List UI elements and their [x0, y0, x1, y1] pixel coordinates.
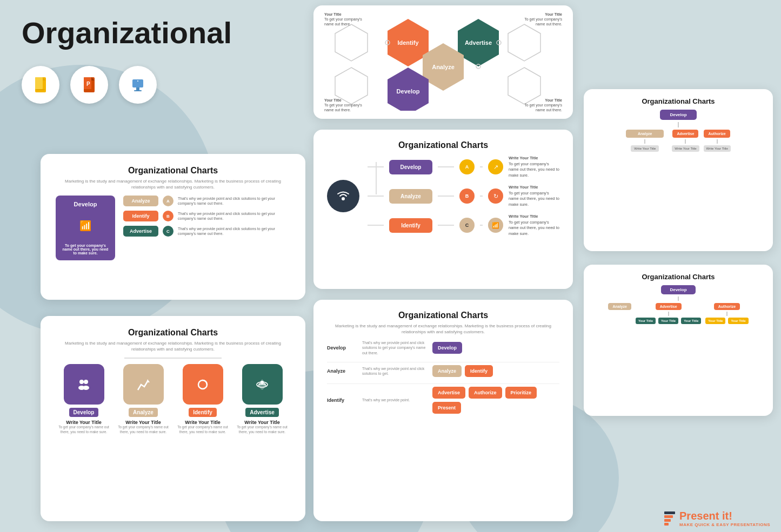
card2-identify: Identify Write Your Title To get your co… [177, 364, 229, 434]
card2-subtitle: Marketing is the study and management of… [56, 340, 290, 352]
slide-card-1: Organizational Charts Marketing is the s… [41, 154, 305, 300]
slide-card-6: Organizational Charts Develop Analyze Wr… [584, 89, 773, 251]
develop-icon-title: Write Your Title [66, 420, 101, 425]
develop-badge-a: A [459, 159, 475, 174]
card2-icons-row: Develop Write Your Title To get your com… [56, 364, 290, 434]
develop-row-label: Develop [389, 160, 432, 174]
slide-card-3: Identify Advertise Analyze Develop Your … [313, 5, 573, 119]
brand-text-container: Present it! MAKE QUICK & EASY PRESENTATI… [679, 510, 770, 527]
card1-row-advertise: Advertise C That's why we provide point … [123, 226, 290, 237]
card4-row-analyze: Analyze B ↻ Write Your TitleTo get your … [368, 185, 559, 207]
v-line [376, 162, 377, 194]
hex-label-br: Your TitleTo get your company's name out… [519, 98, 562, 112]
analyze-item: Analyze [432, 365, 462, 377]
c7-analyze: Analyze [608, 303, 631, 310]
c7-authorize: Authorize Your Title Your Title [705, 303, 748, 324]
c7-title3: Your Title [681, 318, 701, 324]
hex-label-tr: Your TitleTo get your company's name out… [519, 12, 562, 26]
card7-title: Organizational Charts [592, 273, 765, 281]
c7-title5: Your Title [728, 318, 748, 324]
card6-adv-sub: Write Your Title [672, 145, 699, 152]
develop-icon: ↗ [488, 159, 503, 174]
card1-subtitle: Marketing is the study and management of… [56, 178, 290, 190]
brand-icon [664, 511, 675, 526]
analyze-row-desc: That's why we provide point and click so… [362, 366, 427, 376]
identify-icon: 📶 [488, 218, 503, 233]
analyze-icon-label: Analyze [129, 408, 158, 417]
card4-content: Develop A ↗ Write Your TitleTo get your … [327, 156, 559, 237]
h-line2 [438, 166, 454, 167]
card1-rows: Analyze A That's why we provide point an… [123, 196, 290, 237]
card1-row-identify: Identify B That's why we provide point a… [123, 211, 290, 221]
brand-tagline: MAKE QUICK & EASY PRESENTATIONS [679, 522, 770, 527]
keynote-icon[interactable] [119, 66, 157, 104]
hex-svg: Identify Advertise Analyze Develop [324, 14, 562, 111]
card5-row-identify: Identify That's why we provide point. Ad… [327, 387, 559, 414]
advertise-icon-box [242, 364, 283, 405]
card6-authorize: Authorize [704, 130, 730, 138]
v-line [678, 297, 679, 301]
svg-marker-16 [146, 379, 150, 382]
identify-row-label: Identify [389, 218, 432, 233]
card2-advertise: Advertise Write Your Title To get your c… [237, 364, 288, 434]
advertise-text: That's why we provide point and click so… [178, 226, 290, 236]
develop-icon-box [64, 364, 104, 405]
card5-table: Develop That's why we provide point and … [327, 340, 559, 413]
card7-level2: Analyze Advertise Your Title Your Title … [608, 303, 748, 324]
develop-item: Develop [432, 342, 462, 354]
identify-icon-box [183, 364, 223, 405]
identify-row-label: Identify [327, 398, 357, 403]
card1-left-desc: To get your company's name out there, yo… [61, 244, 110, 255]
present-item: Present [432, 402, 461, 414]
page-title: Organizational [22, 16, 200, 50]
develop-row-label: Develop [327, 345, 357, 351]
identify-badge-c: C [459, 218, 475, 233]
svg-rect-10 [134, 90, 142, 91]
prioritize-item: Prioritize [505, 387, 537, 399]
analyze-icon: ↻ [488, 188, 503, 204]
v-line2 [644, 139, 645, 144]
c7-advertise-label: Advertise [656, 303, 682, 310]
svg-text:Analyze: Analyze [432, 64, 455, 70]
brand-bar-1 [664, 511, 675, 514]
analyze-row-label: Analyze [327, 368, 357, 374]
card2-develop: Develop Write Your Title To get your com… [58, 364, 110, 434]
analyze-items: Analyze Identify [432, 365, 493, 377]
h-line3 [480, 166, 483, 167]
svg-point-15 [83, 386, 89, 390]
advertise-icon-title: Write Your Title [244, 420, 279, 425]
card6-root: Develop [660, 110, 696, 120]
card6-title: Organizational Charts [592, 97, 765, 105]
analyze-icon-box [123, 364, 164, 405]
card6-authorize-col: Authorize Write Your Title [704, 130, 731, 152]
card1-left-box: Develop 📶 To get your company's name out… [56, 196, 115, 260]
brand-bar-2 [664, 515, 673, 518]
powerpoint-icon[interactable]: P [70, 66, 108, 104]
card1-content: Develop 📶 To get your company's name out… [56, 196, 290, 260]
develop-row-text: Write Your TitleTo get your company's na… [509, 156, 559, 178]
svg-text:P: P [86, 81, 90, 87]
card6-auth-sub: Write Your Title [704, 145, 731, 152]
h-line3 [480, 196, 483, 197]
advertise-icon-desc: To get your company's name out there, yo… [237, 425, 288, 434]
card2-analyze: Analyze Write Your Title To get your com… [118, 364, 169, 434]
c7-analyze-label: Analyze [608, 303, 631, 310]
c7-authorize-label: Authorize [714, 303, 740, 310]
svg-marker-20 [335, 24, 368, 61]
card1-wifi-icon: 📶 [79, 220, 91, 232]
analyze-icon-title: Write Your Title [125, 420, 161, 425]
card5-row-develop: Develop That's why we provide point and … [327, 340, 559, 355]
identify-items: Advertise Authorize Prioritize Present [432, 387, 559, 414]
c7-title2: Your Title [658, 318, 678, 324]
h-line3 [480, 225, 483, 226]
identify-item: Identify [465, 365, 493, 377]
card4-rows: Develop A ↗ Write Your TitleTo get your … [368, 156, 559, 237]
card4-left [327, 180, 359, 212]
card6-level2: Analyze Write Your Title Advertise Write… [626, 130, 731, 152]
google-slides-icon[interactable] [22, 66, 59, 104]
card6-level2b-row: Advertise Write Your Title Authorize Wri… [672, 130, 731, 152]
brand-logo: Present it! MAKE QUICK & EASY PRESENTATI… [664, 510, 770, 527]
authorize-item: Authorize [469, 387, 502, 399]
card6-advertise-col: Advertise Write Your Title [672, 130, 699, 152]
identify-text: That's why we provide point and click so… [178, 211, 290, 221]
